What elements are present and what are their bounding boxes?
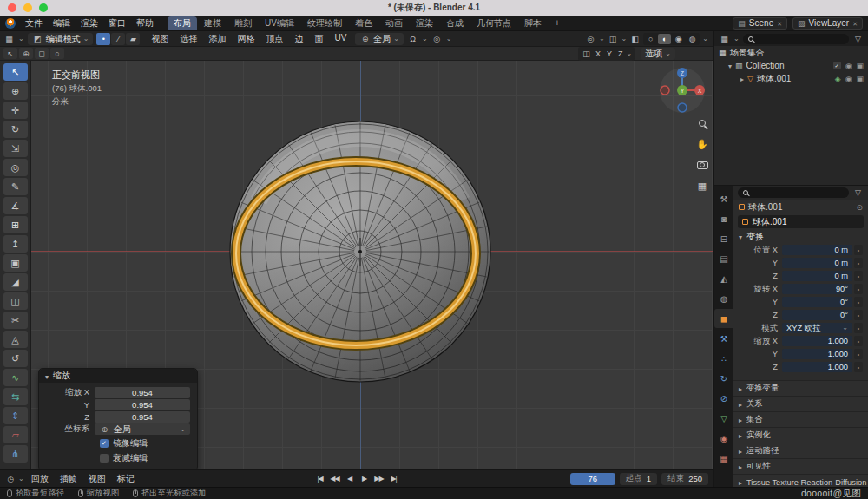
value-field[interactable]: 90°: [782, 284, 852, 295]
tool-setting-icon[interactable]: ⊕: [19, 48, 33, 59]
value-field[interactable]: 0°: [782, 310, 852, 321]
tool-button[interactable]: ◬: [3, 331, 28, 348]
options-dropdown[interactable]: 选项: [641, 48, 675, 60]
expand-arrow-icon[interactable]: [728, 61, 732, 70]
gizmo-chevron-icon[interactable]: [599, 36, 605, 43]
tool-button[interactable]: ▱: [3, 426, 28, 443]
navigation-gizmo[interactable]: Z X Y: [658, 66, 707, 115]
pan-hand-icon[interactable]: ✋: [694, 137, 710, 151]
menu-item[interactable]: 帮助: [131, 16, 159, 30]
viewport-menu-item[interactable]: 添加: [203, 32, 231, 46]
checkbox[interactable]: [100, 439, 108, 448]
xray-toggle-icon[interactable]: ◧: [629, 33, 641, 45]
animate-decorator[interactable]: [854, 323, 863, 334]
tool-setting-icon[interactable]: ◻: [35, 48, 49, 59]
editor-type-icon[interactable]: ▦: [3, 33, 15, 45]
properties-tab[interactable]: ↻: [714, 369, 733, 388]
value-field[interactable]: 1.000: [782, 362, 852, 373]
minimize-window-button[interactable]: [23, 3, 32, 12]
workspace-tab[interactable]: 脚本: [518, 16, 548, 30]
viewport-menu-item[interactable]: 顶点: [260, 32, 288, 46]
orientation-select[interactable]: ⊕ 全局: [95, 423, 190, 435]
tool-button[interactable]: ✎: [3, 178, 28, 195]
value-field[interactable]: 0 m: [782, 271, 852, 282]
value-field[interactable]: 1.000: [782, 349, 852, 360]
animate-decorator[interactable]: [854, 310, 863, 321]
scene-selector[interactable]: ▤ Scene: [733, 17, 787, 30]
unlink-scene-icon[interactable]: [777, 18, 782, 28]
value-field[interactable]: 1.000: [782, 336, 852, 347]
properties-section-header[interactable]: 关系: [733, 396, 868, 411]
outliner-editor-icon[interactable]: ▦: [719, 33, 730, 45]
select-mode-button[interactable]: ▰: [126, 33, 140, 45]
tool-button[interactable]: ▣: [3, 254, 28, 272]
shading-chevron-icon[interactable]: [702, 36, 708, 43]
frame-end-field[interactable]: 结束 250: [661, 473, 708, 485]
viewport-menu-item[interactable]: 网格: [232, 32, 260, 46]
playback-button[interactable]: ▶: [358, 473, 371, 485]
shading-mode-button[interactable]: ◐: [658, 34, 671, 44]
viewport-menu-item[interactable]: 面: [309, 32, 328, 46]
properties-tab[interactable]: ∴: [714, 349, 733, 368]
tool-button[interactable]: ↻: [3, 121, 28, 138]
viewport-3d[interactable]: 正交前视图 (76) 球体.001 分米 Z X Y ✋ ▦: [31, 61, 713, 469]
tool-button[interactable]: ⇆: [3, 388, 28, 405]
timeline-menu-item[interactable]: 标记: [112, 472, 140, 486]
workspace-tab[interactable]: 建模: [198, 16, 227, 30]
properties-search-input[interactable]: [738, 187, 849, 198]
zoom-icon[interactable]: [694, 116, 710, 130]
viewport-menu-item[interactable]: 视图: [146, 32, 174, 46]
select-mode-button[interactable]: ∕: [111, 33, 125, 45]
current-frame-field[interactable]: 76: [570, 473, 615, 485]
properties-section-header[interactable]: 可见性: [733, 458, 868, 474]
proportional-chevron-icon[interactable]: [446, 36, 452, 43]
properties-tab[interactable]: ⚒: [714, 189, 733, 208]
playback-button[interactable]: ▶▶: [372, 473, 385, 485]
properties-section-header[interactable]: 集合: [733, 411, 868, 427]
properties-tab[interactable]: ⊘: [714, 389, 733, 408]
maximize-window-button[interactable]: [39, 3, 48, 12]
close-window-button[interactable]: [8, 3, 16, 12]
playback-button[interactable]: ▶|: [387, 473, 400, 485]
workspace-tab[interactable]: 合成: [440, 16, 470, 30]
snap-magnet-icon[interactable]: Ω: [407, 33, 418, 45]
hide-eye-icon[interactable]: ◉: [845, 62, 852, 70]
workspace-tab[interactable]: 渲染: [410, 16, 439, 30]
tool-button[interactable]: ◢: [3, 273, 28, 291]
properties-section-header[interactable]: 实例化: [733, 427, 868, 443]
overlays-icon[interactable]: ◫: [608, 33, 619, 45]
tool-button[interactable]: ⇕: [3, 407, 28, 424]
frame-start-field[interactable]: 起点 1: [620, 473, 657, 485]
timeline-menu-item[interactable]: 视图: [83, 472, 111, 486]
animate-decorator[interactable]: [854, 271, 863, 282]
shading-mode-button[interactable]: ○: [644, 34, 657, 44]
animate-decorator[interactable]: [854, 349, 863, 360]
tool-setting-icon[interactable]: ↖: [3, 48, 17, 59]
workspace-tab[interactable]: 纹理绘制: [301, 16, 348, 30]
mode-dropdown[interactable]: ◩ 编辑模式: [28, 33, 94, 45]
tool-button[interactable]: ✂: [3, 312, 28, 329]
outliner-search-input[interactable]: [743, 34, 849, 44]
proportional-editing-icon[interactable]: ◎: [431, 33, 443, 45]
tool-button[interactable]: ↺: [3, 350, 28, 367]
timeline-editor-icon[interactable]: ◷: [5, 473, 16, 485]
tool-button[interactable]: ⊕: [3, 82, 28, 100]
properties-tab[interactable]: ⊟: [714, 229, 733, 248]
camera-view-icon[interactable]: [694, 158, 710, 172]
collection-checkbox[interactable]: [833, 62, 841, 69]
properties-section-header[interactable]: 变换变量: [733, 380, 868, 396]
animate-decorator[interactable]: [854, 362, 863, 373]
properties-tab[interactable]: ▽: [714, 409, 733, 428]
editor-type-chevron-icon[interactable]: [18, 36, 24, 43]
animate-decorator[interactable]: [854, 284, 863, 295]
expand-arrow-icon[interactable]: [740, 74, 744, 83]
viewlayer-selector[interactable]: ▨ ViewLayer: [792, 17, 863, 30]
snap-chevron-icon[interactable]: [422, 36, 428, 43]
unlink-viewlayer-icon[interactable]: [852, 18, 858, 28]
tool-button[interactable]: ◫: [3, 292, 28, 310]
scale-value-field[interactable]: 0.954: [95, 411, 190, 423]
properties-tab[interactable]: ◉: [714, 429, 733, 448]
shading-mode-button[interactable]: ◉: [672, 34, 685, 44]
workspace-tab[interactable]: 动画: [379, 16, 409, 30]
viewport-menu-item[interactable]: UV: [329, 32, 352, 46]
